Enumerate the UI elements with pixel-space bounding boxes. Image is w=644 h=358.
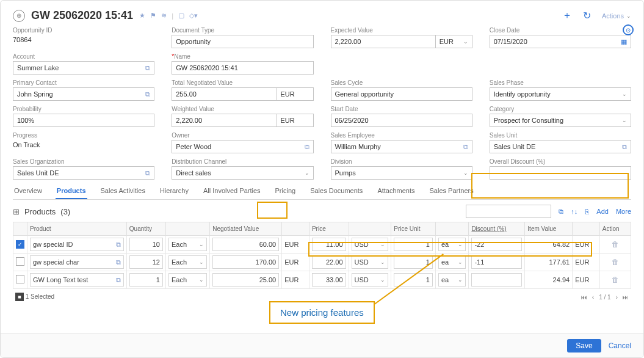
start-date-input[interactable]: 06/25/2020 (331, 114, 472, 127)
product-cell[interactable]: gw special ID⧉ (30, 238, 124, 251)
col-header[interactable] (573, 222, 600, 236)
row-checkbox[interactable]: ✓ (16, 240, 24, 249)
feed-icon[interactable]: ≋ (161, 12, 167, 20)
uom-cell[interactable]: Each⌄ (168, 273, 207, 287)
price-cell[interactable]: 11.00 (312, 238, 346, 251)
category-input[interactable]: Prospect for Consulting⌄ (490, 114, 631, 127)
dist-channel-input[interactable]: Direct sales⌄ (172, 166, 313, 180)
pager-first-icon[interactable]: ⏮ (581, 294, 587, 301)
col-header[interactable]: Price (309, 222, 349, 236)
sales-org-input[interactable]: Sales Unit DE⧉ (13, 166, 154, 180)
qty-cell[interactable]: 12 (129, 255, 163, 269)
col-header[interactable]: Quantity (126, 222, 165, 236)
col-header[interactable] (435, 222, 468, 236)
division-input[interactable]: Pumps⌄ (331, 166, 472, 180)
sales-phase-input[interactable]: Identify opportunity⌄ (490, 87, 631, 101)
tab-attachments[interactable]: Attachments (376, 183, 416, 199)
refresh-icon[interactable]: ↻ (583, 10, 591, 21)
discount-cell[interactable]: -22 (471, 238, 522, 251)
more-button[interactable]: More (616, 208, 631, 215)
lookup-icon[interactable]: ⧉ (622, 143, 627, 151)
pager-next-icon[interactable]: › (616, 294, 618, 301)
priceunit-uom-cell[interactable]: ea⌄ (438, 238, 466, 251)
price-currency-cell[interactable]: USD⌄ (352, 273, 389, 287)
overall-discount-input[interactable] (490, 166, 631, 180)
neg-cell[interactable]: 60.00 (212, 238, 279, 251)
product-search-input[interactable] (466, 205, 551, 218)
row-checkbox[interactable] (16, 275, 24, 283)
col-header[interactable] (349, 222, 391, 236)
col-header[interactable]: Price Unit (391, 222, 436, 236)
col-header[interactable]: Action (599, 222, 631, 236)
qty-cell[interactable]: 10 (129, 238, 163, 251)
price-cell[interactable]: 33.00 (312, 273, 346, 287)
col-header[interactable] (282, 222, 309, 236)
add-icon[interactable]: ＋ (562, 9, 572, 22)
qty-cell[interactable]: 1 (129, 273, 163, 287)
sales-cycle-input[interactable]: General opportunity (331, 87, 472, 101)
lookup-icon[interactable]: ⧉ (145, 169, 150, 177)
tab-products[interactable]: Products (56, 183, 87, 199)
favorite-icon[interactable]: ★ (139, 12, 145, 20)
tag-icon[interactable]: ◇▾ (189, 12, 198, 20)
weighted-value-input[interactable]: 2,220.00EUR (172, 114, 313, 127)
col-header[interactable] (13, 222, 27, 236)
price-currency-cell[interactable]: USD⌄ (352, 255, 389, 269)
expand-icon[interactable]: ⧉ (559, 208, 563, 216)
product-cell[interactable]: GW Long Text test⧉ (30, 273, 124, 287)
tab-all-involved-parties[interactable]: All Involved Parties (202, 183, 262, 199)
col-header[interactable]: Negotiated Value (210, 222, 282, 236)
actions-menu[interactable]: Actions ⌄ (602, 12, 631, 20)
col-header[interactable] (165, 222, 209, 236)
priceunit-uom-cell[interactable]: ea⌄ (438, 255, 466, 269)
tab-sales-activities[interactable]: Sales Activities (99, 183, 147, 199)
cancel-button[interactable]: Cancel (609, 342, 631, 350)
pager-last-icon[interactable]: ⏭ (623, 294, 629, 301)
sort-icon[interactable]: ↑↓ (571, 208, 577, 215)
delete-row-icon[interactable]: 🗑 (612, 258, 619, 266)
tab-pricing[interactable]: Pricing (274, 183, 297, 199)
delete-row-icon[interactable]: 🗑 (612, 276, 619, 284)
priceunit-uom-cell[interactable]: ea⌄ (438, 273, 466, 287)
flag-icon[interactable]: ⚑ (150, 12, 156, 20)
neg-cell[interactable]: 170.00 (212, 255, 279, 269)
lookup-icon[interactable]: ⧉ (305, 143, 309, 151)
priceunit-cell[interactable]: 1 (394, 255, 433, 269)
save-button[interactable]: Save (567, 339, 601, 353)
paste-icon[interactable]: ⎘ (585, 208, 589, 215)
neg-cell[interactable]: 25.00 (212, 273, 279, 287)
owner-input[interactable]: Peter Wood⧉ (172, 140, 313, 153)
col-header[interactable]: Item Value (525, 222, 573, 236)
pager[interactable]: ⏮ ‹ 1 / 1 › ⏭ (581, 294, 629, 301)
delete-row-icon[interactable]: 🗑 (612, 240, 619, 249)
price-cell[interactable]: 22.00 (312, 255, 346, 269)
calendar-icon[interactable]: ▦ (621, 38, 627, 46)
total-negotiated-input[interactable]: 255.00EUR (172, 87, 313, 101)
priceunit-cell[interactable]: 1 (394, 238, 433, 251)
account-input[interactable]: Summer Lake⧉ (13, 61, 154, 75)
chat-icon[interactable]: ▢ (178, 12, 184, 20)
discount-cell[interactable]: -11 (471, 255, 522, 269)
sales-employee-input[interactable]: William Murphy⧉ (331, 140, 472, 153)
uom-cell[interactable]: Each⌄ (168, 255, 207, 269)
lookup-icon[interactable]: ⧉ (145, 64, 150, 72)
col-header[interactable]: Product (27, 222, 127, 236)
tab-sales-documents[interactable]: Sales Documents (309, 183, 364, 199)
product-cell[interactable]: gw special char⧉ (30, 255, 124, 269)
lookup-icon[interactable]: ⧉ (145, 90, 150, 98)
primary-contact-input[interactable]: John Spring⧉ (13, 87, 154, 101)
discount-cell[interactable] (471, 273, 522, 287)
col-header[interactable]: Discount (%) (469, 222, 525, 236)
tab-hierarchy[interactable]: Hierarchy (159, 183, 190, 199)
document-type-input[interactable]: Opportunity (172, 35, 313, 48)
sales-unit-input[interactable]: Sales Unit DE⧉ (490, 140, 631, 153)
price-currency-cell[interactable]: USD⌄ (352, 238, 389, 251)
pager-prev-icon[interactable]: ‹ (592, 294, 594, 301)
tab-overview[interactable]: Overview (13, 183, 43, 199)
close-date-input[interactable]: 07/15/2020▦ (490, 35, 631, 48)
add-product-button[interactable]: Add (596, 208, 609, 215)
probability-input[interactable]: 100% (13, 114, 154, 127)
tab-sales-partners[interactable]: Sales Partners (429, 183, 475, 199)
info-badge-icon[interactable]: ⊙ (623, 24, 634, 35)
expected-value-input[interactable]: 2,220.00EUR⌄ (331, 35, 472, 48)
